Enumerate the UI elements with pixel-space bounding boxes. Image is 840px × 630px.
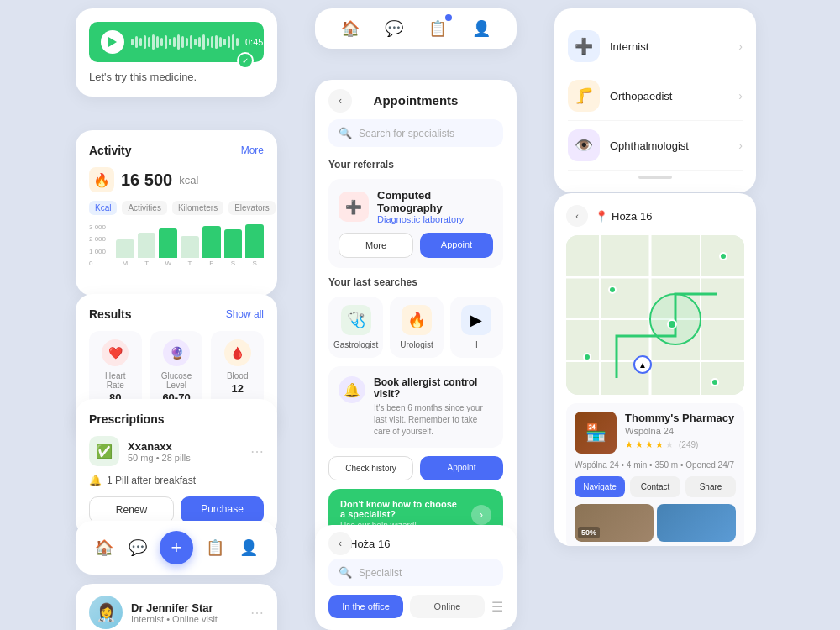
allergist-alert: 🔔 Book allergist control visit? It's bee… (328, 366, 503, 448)
referral-sub: Diagnostic laboratory (377, 214, 493, 224)
specialist-list-card: ➕ Internist › 🦵 Orthopaedist › 👁️ Ophtha… (554, 8, 756, 192)
purchase-button[interactable]: Purchase (181, 496, 264, 523)
kcal-value: 16 500 (121, 171, 172, 190)
star-5: ★ (665, 439, 674, 450)
map-user-icon: ▲ (633, 355, 652, 374)
nav-badge (445, 14, 452, 21)
visit-toggle: In the office Online ☰ (328, 595, 503, 618)
bar-thursday: T (181, 236, 199, 267)
prescriptions-title: Prescriptions (89, 412, 164, 426)
rx-buttons: Renew Purchase (89, 496, 264, 523)
search-more[interactable]: ▶ I (450, 297, 503, 358)
nav-add-button[interactable]: + (160, 531, 193, 564)
specialist-placeholder: Specialist (359, 567, 493, 579)
drug-details: 50 mg • 28 pills (128, 453, 191, 463)
rx-item: ✅ Xxanaxx 50 mg • 28 pills ⋯ (89, 436, 264, 466)
play-button[interactable] (101, 30, 124, 54)
star-1: ★ (625, 439, 633, 450)
map-dot-main (667, 319, 677, 329)
blood-label: Blood (219, 371, 255, 381)
referral-buttons: More Appoint (339, 233, 493, 258)
searches-row: 🩺 Gastrologist 🔥 Urologist ▶ I (328, 297, 503, 358)
tab-elevators[interactable]: Elevators (228, 201, 276, 215)
referral-name: Computed Tomography (377, 189, 493, 214)
tab-kilometers[interactable]: Kilometers (172, 201, 223, 215)
more-search-icon: ▶ (461, 305, 491, 335)
pharmacy-card: 🏪 Thommy's Pharmacy Wspólna 24 ★ ★ ★ ★ ★… (566, 403, 744, 546)
search-specialist-icon: 🔍 (339, 566, 352, 579)
contact-button[interactable]: Contact (630, 476, 680, 497)
nav-home-icon[interactable]: 🏠 (92, 536, 116, 559)
bar-friday: F (202, 226, 221, 267)
last-searches-label: Your last searches (328, 276, 503, 288)
nav-calendar-icon[interactable]: 📋 (203, 536, 227, 559)
referral-appoint-button[interactable]: Appoint (420, 233, 493, 258)
doctor-more-icon[interactable]: ⋯ (250, 605, 264, 621)
specialist-scroll-indicator (638, 176, 672, 179)
bar-tuesday: T (138, 233, 156, 267)
y-axis-labels: 3 000 2 000 1 000 0 (89, 223, 106, 267)
search-back-button[interactable]: ‹ (328, 532, 352, 555)
pharmacy-stars: ★ ★ ★ ★ ★ (249) (625, 439, 734, 450)
specialist-search-input[interactable]: 🔍 Specialist (328, 559, 503, 586)
renew-button[interactable]: Renew (89, 496, 174, 523)
nav-chat-icon[interactable]: 💬 (126, 536, 150, 559)
pharmacy-photos: 50% (575, 504, 736, 542)
pharmacy-image: 🏪 (575, 412, 617, 454)
in-office-toggle[interactable]: In the office (328, 595, 403, 618)
map-back-button[interactable]: ‹ (566, 205, 588, 227)
pharmacy-photo-2 (657, 504, 736, 542)
search-gastrologist[interactable]: 🩺 Gastrologist (328, 297, 383, 358)
bottom-nav-left: 🏠 💬 + 📋 👤 (76, 521, 277, 575)
show-all-link[interactable]: Show all (226, 308, 264, 320)
glucose-label: Glucose Level (159, 371, 195, 390)
internist-name: Internist (610, 40, 728, 53)
more-search-label: I (455, 340, 498, 349)
rx-note: 🔔 1 Pill after breakfast (89, 475, 264, 486)
alert-appoint-button[interactable]: Appoint (420, 456, 503, 480)
map-dot-4 (711, 378, 719, 386)
map-area[interactable]: ▲ (566, 235, 744, 395)
map-dot-1 (719, 252, 727, 260)
search-icon: 🔍 (339, 127, 352, 139)
pharmacy-buttons: Navigate Contact Share (575, 476, 736, 497)
nav-chat-middle-icon[interactable]: 💬 (382, 17, 406, 40)
last-searches-section: Your last searches 🩺 Gastrologist 🔥 Urol… (328, 276, 503, 358)
top-nav-middle: 🏠 💬 📋 👤 (315, 8, 517, 49)
rx-more-icon[interactable]: ⋯ (250, 444, 264, 459)
specialist-search-bar[interactable]: 🔍 Search for specialists (328, 119, 503, 147)
star-2: ★ (635, 439, 643, 450)
tab-kcal[interactable]: Kcal (89, 201, 117, 215)
navigate-button[interactable]: Navigate (575, 476, 625, 497)
appointments-back-button[interactable]: ‹ (328, 89, 352, 113)
nav-profile-middle-icon[interactable]: 👤 (470, 17, 493, 40)
rx-check-icon: ✅ (89, 436, 119, 466)
check-history-button[interactable]: Check history (328, 456, 413, 480)
search-urologist[interactable]: 🔥 Urologist (390, 297, 443, 358)
chevron-right-icon-3: › (738, 139, 743, 152)
gastrologist-icon: 🩺 (341, 305, 371, 335)
audio-time: 0:45 (245, 37, 263, 47)
share-button[interactable]: Share (685, 476, 736, 497)
nav-home-middle-icon[interactable]: 🏠 (339, 17, 362, 40)
doctor-status: Internist • Online visit (131, 614, 218, 624)
map-header: ‹ 📍 Hoża 16 (566, 205, 744, 227)
drug-name: Xxanaxx (128, 440, 191, 453)
tab-activities[interactable]: Activities (122, 201, 166, 215)
gastrologist-label: Gastrologist (333, 340, 378, 349)
activity-more-link[interactable]: More (241, 144, 264, 156)
referral-more-button[interactable]: More (339, 233, 413, 258)
nav-profile-icon[interactable]: 👤 (237, 536, 260, 559)
svg-marker-0 (108, 37, 117, 47)
filter-icon[interactable]: ☰ (491, 595, 503, 618)
rx-instruction: 1 Pill after breakfast (107, 475, 196, 486)
results-title: Results (89, 307, 132, 321)
specialist-ophthalmologist[interactable]: 👁️ Ophthalmologist › (568, 121, 743, 171)
map-card: ‹ 📍 Hoża 16 ▲ (554, 193, 756, 546)
specialist-internist[interactable]: ➕ Internist › (568, 22, 743, 71)
online-toggle[interactable]: Online (410, 595, 485, 618)
internist-icon: ➕ (568, 30, 600, 62)
specialist-orthopaedist[interactable]: 🦵 Orthopaedist › (568, 71, 743, 121)
wizard-title: Don't know how to choose a specialist? (340, 499, 465, 519)
nav-calendar-middle-wrapper[interactable]: 📋 (426, 17, 449, 40)
